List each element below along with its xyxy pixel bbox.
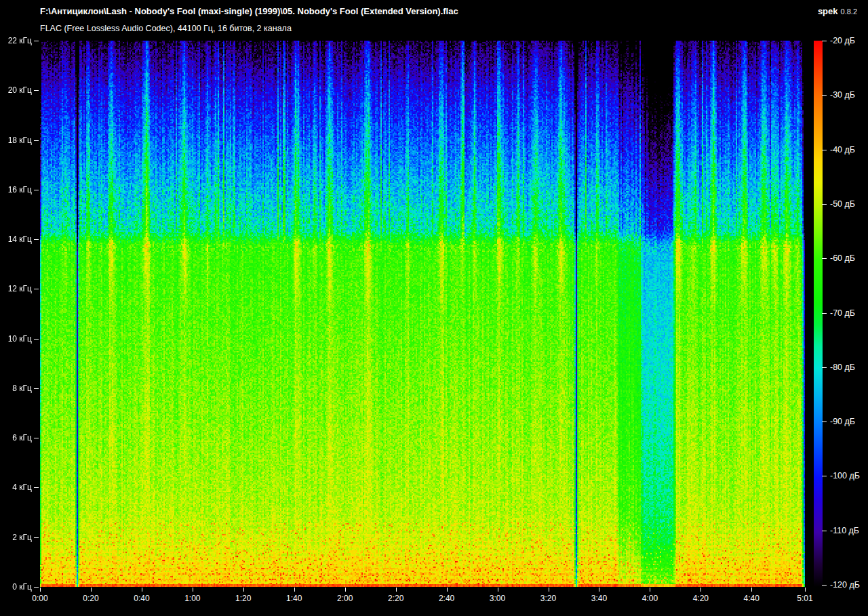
time-tick [345,588,346,592]
freq-tick-label: 16 кГц [2,185,32,194]
freq-tick [34,140,39,141]
freq-tick-label: 14 кГц [2,234,32,244]
freq-tick-label: 22 кГц [2,36,32,45]
db-tick [822,258,827,259]
db-tick [822,150,827,150]
format-info: FLAC (Free Lossless Audio Codec), 44100 … [40,24,292,33]
spectrogram-canvas[interactable] [40,41,805,587]
time-tick [549,588,549,592]
time-tick-label: 4:20 [682,594,719,603]
db-tick-label: -110 дБ [830,526,859,536]
time-tick-label: 1:40 [275,594,313,603]
db-tick-label: -20 дБ [830,36,855,46]
time-tick [701,588,701,592]
time-tick [294,588,295,592]
time-tick [805,588,806,592]
freq-tick-label: 4 кГц [2,482,32,492]
db-tick [822,41,827,41]
time-tick [243,588,244,592]
freq-tick-label: 20 кГц [2,85,32,95]
time-tick [447,588,448,592]
time-tick-label: 0:20 [72,594,110,603]
db-tick [822,476,827,476]
db-tick-label: -30 дБ [830,90,855,100]
freq-tick [34,587,39,588]
time-tick-label: 2:20 [377,594,415,603]
db-tick [822,95,827,96]
time-tick-label: 1:20 [224,594,262,603]
time-tick-label: 3:40 [580,594,618,603]
db-tick-label: -90 дБ [830,417,855,427]
db-tick-label: -40 дБ [830,145,855,155]
freq-tick [34,388,39,389]
time-tick [91,588,92,592]
freq-tick [34,239,39,240]
time-tick [650,588,650,592]
db-tick-label: -60 дБ [830,253,855,264]
db-tick [822,585,827,586]
freq-tick [34,190,39,190]
time-tick-label: 4:00 [631,594,669,603]
time-tick [142,588,142,592]
time-tick [498,588,498,592]
time-tick-label: 4:40 [732,594,770,603]
time-tick [193,588,193,592]
db-colorbar [814,41,823,587]
time-tick-label: 2:00 [326,594,364,603]
time-tick-label: 1:00 [174,594,212,603]
file-path-title: F:\Антициклон\Lash - Nobody's Fool (maxi… [40,6,458,16]
db-tick [822,367,827,368]
time-tick-label: 0:00 [21,594,59,603]
freq-tick-label: 18 кГц [2,136,32,145]
db-tick [822,531,827,531]
time-tick [599,588,599,592]
app-name: spek [818,6,838,16]
db-tick-label: -80 дБ [830,363,855,373]
db-tick [822,204,827,205]
freq-tick-label: 0 кГц [2,582,32,592]
time-tick-label: 0:40 [123,594,161,603]
db-tick-label: -70 дБ [830,308,855,319]
time-tick [396,588,397,592]
time-tick-label: 5:01 [786,594,824,603]
db-tick [822,422,827,422]
freq-tick [34,289,39,289]
freq-tick-label: 6 кГц [2,433,32,443]
freq-tick-label: 8 кГц [2,384,32,393]
db-tick-label: -120 дБ [830,580,860,590]
db-tick [822,313,827,314]
time-tick-label: 2:40 [428,594,466,603]
freq-tick-label: 10 кГц [2,334,32,344]
db-tick-label: -100 дБ [830,471,860,481]
freq-tick-label: 12 кГц [2,284,32,293]
db-tick-label: -50 дБ [830,199,855,209]
app-version: 0.8.2 [841,7,857,16]
freq-tick [34,90,39,91]
spek-window: F:\Антициклон\Lash - Nobody's Fool (maxi… [0,0,868,616]
freq-tick [34,537,39,538]
freq-tick [34,41,39,41]
freq-tick-label: 2 кГц [2,533,32,542]
time-tick [751,588,752,592]
time-tick [40,588,41,592]
time-tick-label: 3:00 [479,594,517,603]
freq-tick [34,339,39,340]
time-tick-label: 3:20 [530,594,568,603]
app-brand: spek0.8.2 [818,6,857,16]
freq-tick [34,438,39,438]
freq-tick [34,487,39,488]
